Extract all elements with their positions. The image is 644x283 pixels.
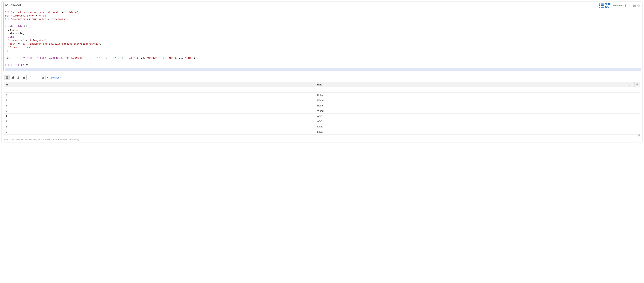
svg-rect-14: [12, 77, 13, 79]
svg-rect-4: [601, 5, 604, 6]
flink-job-icon: [598, 3, 604, 8]
flink-job-link[interactable]: FLINK JOB: [598, 3, 612, 8]
line-chart-icon: [28, 76, 31, 79]
table-row[interactable]: 3World: [4, 108, 640, 114]
notebook-cell: FLINK JOB FINISHED %flink.ssql SET 'sql-…: [2, 2, 642, 142]
table-header-row: id ⌄ data ⌄: [4, 82, 640, 87]
cell-id: 3: [4, 98, 316, 103]
column-menu-button[interactable]: [635, 82, 640, 87]
caret-down-icon: [46, 76, 49, 79]
cell-controls: FLINK JOB FINISHED: [598, 3, 640, 8]
svg-rect-3: [601, 4, 604, 5]
cell-data: ADD: [316, 119, 640, 124]
svg-rect-5: [601, 7, 604, 8]
run-icon[interactable]: [625, 4, 628, 7]
svg-rect-0: [599, 4, 600, 5]
cell-status-footer: Took 20 sec. Last updated by anonymous a…: [2, 137, 642, 141]
cell-id: 4: [4, 119, 316, 124]
resize-handle[interactable]: [2, 134, 642, 137]
sort-caret-icon[interactable]: ⌄: [313, 84, 314, 86]
download-button[interactable]: [40, 75, 46, 80]
bar-chart-icon: [11, 76, 14, 79]
sort-caret-icon[interactable]: ⌄: [629, 84, 630, 86]
viz-type-group: [4, 75, 38, 80]
collapse-icon[interactable]: [629, 4, 632, 7]
cell-data: Hello: [316, 93, 640, 98]
code-editor[interactable]: %flink.ssql SET 'sql-client.execution.re…: [5, 3, 641, 67]
cell-id: 3: [4, 108, 316, 114]
cell-data: Hello: [316, 103, 640, 108]
cell-id: 3: [4, 103, 316, 108]
svg-point-16: [34, 78, 34, 79]
table-row[interactable]: 3World: [4, 98, 640, 103]
table-row[interactable]: 3Hello: [4, 93, 640, 98]
job-status: FINISHED: [613, 4, 624, 7]
settings-label: settings: [51, 76, 60, 79]
cell-data: LINE: [316, 124, 640, 129]
svg-rect-1: [599, 5, 600, 6]
table-row[interactable]: 4ADD: [4, 114, 640, 119]
viz-area-button[interactable]: [21, 75, 26, 80]
table-row[interactable]: 5LINE: [4, 129, 640, 135]
table-icon: [6, 76, 8, 79]
viz-bar-button[interactable]: [10, 75, 15, 80]
svg-point-19: [36, 77, 36, 77]
code-editor-wrap: FLINK JOB FINISHED %flink.ssql SET 'sql-…: [3, 3, 641, 71]
svg-rect-8: [6, 77, 8, 79]
result-toolbar: settings ▼: [2, 73, 642, 82]
svg-point-7: [638, 5, 639, 6]
download-group: [40, 75, 49, 80]
cell-id: 3: [4, 93, 316, 98]
table-row[interactable]: 4ADD: [4, 119, 640, 124]
svg-point-17: [35, 77, 35, 77]
cell-id: 5: [4, 124, 316, 129]
flink-job-label: FLINK JOB: [605, 3, 612, 8]
svg-rect-15: [13, 77, 14, 79]
svg-marker-6: [626, 5, 627, 7]
table-row[interactable]: 5LINE: [4, 124, 640, 129]
viz-scatter-button[interactable]: [32, 75, 38, 80]
svg-marker-20: [46, 77, 48, 78]
svg-rect-13: [12, 78, 12, 79]
pie-chart-icon: [17, 76, 20, 79]
column-header-id[interactable]: id ⌄: [4, 82, 316, 87]
scatter-chart-icon: [34, 76, 36, 79]
area-chart-icon: [22, 76, 25, 79]
editor-cursor-line: [5, 68, 641, 71]
cell-data: World: [316, 108, 640, 114]
settings-link[interactable]: settings ▼: [51, 76, 62, 79]
result-table: id ⌄ data ⌄ .. 3Hello3World3Hello3World4…: [4, 82, 640, 135]
cell-id: 4: [4, 114, 316, 119]
cell-data: LINE: [316, 129, 640, 135]
cell-data: World: [316, 98, 640, 103]
download-icon: [42, 76, 44, 79]
viz-pie-button[interactable]: [15, 75, 21, 80]
gear-icon[interactable]: [637, 4, 640, 7]
viz-table-button[interactable]: [4, 75, 10, 80]
resize-grip-icon: [638, 134, 640, 136]
svg-point-18: [35, 78, 36, 78]
hamburger-icon: [636, 83, 638, 86]
book-icon[interactable]: [633, 4, 636, 7]
viz-line-button[interactable]: [26, 75, 32, 80]
cell-id: 5: [4, 129, 316, 135]
column-header-data[interactable]: data ⌄: [316, 82, 634, 87]
cell-data: ADD: [316, 114, 640, 119]
table-row[interactable]: 3Hello: [4, 103, 640, 108]
download-caret-button[interactable]: [46, 75, 49, 80]
svg-rect-2: [599, 7, 600, 8]
table-row-clipped: ..: [4, 87, 640, 93]
caret-down-icon: ▼: [60, 77, 62, 79]
